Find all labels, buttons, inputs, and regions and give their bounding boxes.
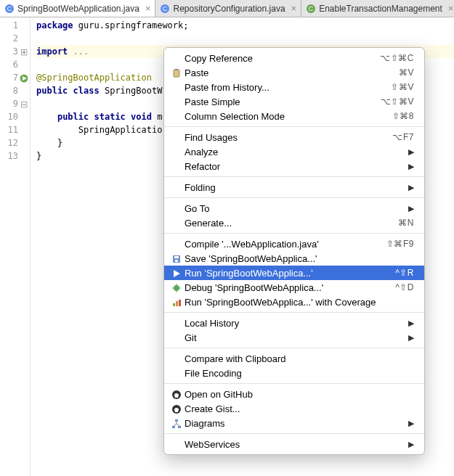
menu-separator [164, 197, 424, 198]
menu-item[interactable]: Go To▶ [164, 201, 424, 216]
submenu-arrow-icon: ▶ [408, 440, 414, 449]
menu-item-label: Folding [183, 182, 408, 193]
menu-item[interactable]: File Encoding [164, 366, 424, 380]
tab-0[interactable]: CSpringBootWebApplication.java× [0, 0, 155, 17]
tab-label: RepositoryConfiguration.java [173, 4, 285, 14]
svg-rect-29 [175, 419, 178, 422]
menu-item-label: Diagrams [183, 418, 408, 429]
menu-shortcut: ⇧⌘V [391, 82, 414, 92]
menu-item-label: Paste from History... [183, 82, 391, 93]
code-line[interactable]: package guru.springframework; [36, 19, 454, 32]
submenu-arrow-icon: ▶ [408, 419, 414, 428]
menu-item[interactable]: Paste⌘V [164, 65, 424, 80]
menu-separator [164, 348, 424, 348]
class-icon: C [160, 4, 170, 14]
class-icon: C [4, 4, 15, 14]
menu-shortcut: ⌥⇧⌘V [381, 97, 414, 107]
editor-tabs: CSpringBootWebApplication.java×CReposito… [0, 0, 454, 17]
tab-2[interactable]: CEnableTransactionManagement× [301, 0, 454, 17]
menu-item[interactable]: Refactor▶ [164, 159, 424, 173]
close-icon[interactable]: × [291, 3, 297, 14]
menu-item[interactable]: Column Selection Mode⇧⌘8 [164, 109, 424, 123]
menu-item[interactable]: Generate...⌘N [164, 216, 424, 230]
menu-item[interactable]: Diagrams▶ [164, 416, 424, 430]
svg-marker-18 [174, 270, 180, 277]
submenu-arrow-icon: ▶ [408, 147, 414, 157]
menu-item[interactable]: Local History▶ [164, 316, 424, 330]
fold-icon[interactable] [20, 99, 28, 108]
svg-text:C: C [163, 5, 168, 12]
svg-rect-16 [174, 256, 179, 258]
menu-item-label: Copy Reference [183, 53, 380, 64]
line-number: 13 [0, 149, 30, 163]
menu-item[interactable]: Analyze▶ [164, 144, 424, 159]
menu-item-label: Run 'SpringBootWebApplica...' with Cover… [183, 297, 414, 308]
line-number: 3 [0, 45, 30, 58]
menu-item[interactable]: Compile '...WebApplication.java'⇧⌘F9 [164, 237, 424, 251]
menu-item[interactable]: Create Gist... [164, 401, 424, 416]
menu-item[interactable]: Run 'SpringBootWebApplica...'^⇧R [164, 266, 424, 280]
menu-item-label: Refactor [183, 161, 408, 172]
line-number: 2 [0, 32, 30, 45]
tab-1[interactable]: CRepositoryConfiguration.java× [155, 0, 301, 17]
menu-item-label: Paste [183, 67, 399, 78]
menu-shortcut: ⌥⇧⌘C [380, 53, 414, 63]
submenu-arrow-icon: ▶ [408, 162, 414, 171]
menu-item-label: Go To [183, 203, 408, 214]
line-number: 8 [0, 84, 30, 97]
menu-separator [164, 433, 424, 434]
menu-item[interactable]: Debug 'SpringBootWebApplica...'^⇧D [164, 280, 424, 295]
save-icon [169, 254, 183, 263]
close-icon[interactable]: × [145, 3, 151, 14]
menu-item[interactable]: Folding▶ [164, 180, 424, 194]
menu-item-label: Compare with Clipboard [183, 353, 414, 364]
menu-item[interactable]: Find Usages⌥F7 [164, 130, 424, 144]
menu-item[interactable]: Copy Reference⌥⇧⌘C [164, 51, 424, 65]
menu-shortcut: ⌘V [399, 67, 414, 78]
menu-item[interactable]: Compare with Clipboard [164, 351, 424, 366]
menu-item[interactable]: Save 'SpringBootWebApplica...' [164, 251, 424, 266]
menu-separator [164, 176, 424, 177]
menu-item[interactable]: WebServices▶ [164, 437, 424, 451]
tab-label: EnableTransactionManagement [319, 4, 442, 14]
menu-item-label: Git [183, 332, 408, 343]
line-number: 10 [0, 110, 30, 123]
menu-item-label: Column Selection Mode [183, 111, 392, 122]
menu-item-label: Run 'SpringBootWebApplica...' [183, 268, 395, 279]
svg-point-19 [174, 285, 179, 291]
menu-item-label: Debug 'SpringBootWebApplica...' [183, 282, 395, 293]
fold-icon[interactable] [20, 47, 28, 56]
menu-item[interactable]: Run 'SpringBootWebApplica...' with Cover… [164, 295, 424, 309]
menu-item[interactable]: Paste Simple⌥⇧⌘V [164, 94, 424, 109]
run-gutter-icon[interactable] [20, 73, 28, 82]
code-line[interactable] [36, 32, 454, 45]
menu-item[interactable]: Git▶ [164, 330, 424, 345]
line-number: 11 [0, 123, 30, 136]
svg-rect-13 [174, 70, 179, 77]
svg-rect-25 [176, 301, 178, 306]
svg-rect-26 [179, 300, 181, 306]
svg-line-33 [174, 424, 177, 426]
line-number: 7 [0, 71, 30, 84]
svg-text:C: C [309, 5, 314, 12]
diagram-icon [169, 419, 183, 427]
svg-text:C: C [7, 5, 12, 12]
close-icon[interactable]: × [448, 3, 454, 14]
menu-shortcut: ^⇧R [395, 268, 414, 278]
context-menu: Copy Reference⌥⇧⌘CPaste⌘VPaste from Hist… [163, 47, 425, 455]
line-number: 9 [0, 97, 30, 110]
menu-item-label: Find Usages [183, 132, 392, 143]
class-icon: C [306, 4, 316, 14]
menu-item-label: Local History [183, 318, 408, 329]
menu-item-label: Analyze [183, 147, 408, 157]
line-number: 6 [0, 58, 30, 71]
svg-rect-14 [175, 69, 178, 70]
svg-rect-31 [178, 426, 181, 428]
menu-item[interactable]: Open on GitHub [164, 387, 424, 401]
submenu-arrow-icon: ▶ [408, 204, 414, 213]
menu-shortcut: ⇧⌘F9 [386, 239, 414, 249]
menu-item-label: Open on GitHub [183, 389, 414, 400]
svg-line-34 [177, 424, 179, 426]
coverage-icon [169, 298, 183, 306]
menu-item[interactable]: Paste from History...⇧⌘V [164, 80, 424, 94]
